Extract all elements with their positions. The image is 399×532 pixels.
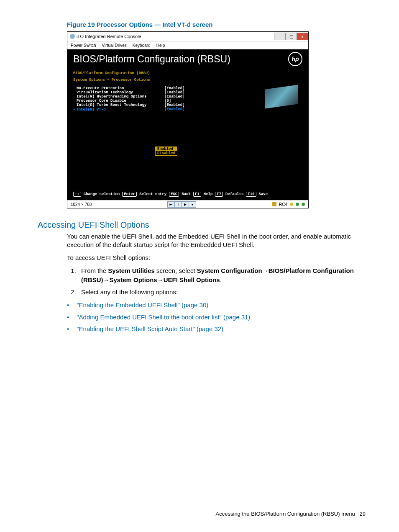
- option-name: Virtualization Technology: [77, 90, 164, 95]
- menu-virtual-drives[interactable]: Virtual Drives: [102, 43, 127, 48]
- key-enter: Enter: [122, 192, 137, 197]
- key-arrows: ↑↓: [73, 192, 81, 197]
- hint-select: Select entry: [139, 192, 166, 196]
- status-btn-3[interactable]: ▶: [182, 201, 189, 208]
- paragraph-2: To access UEFI Shell options:: [67, 254, 366, 262]
- paragraph-1: You can enable the UEFI Shell, add the E…: [67, 232, 366, 249]
- option-value: [Enabled]: [164, 86, 185, 90]
- menubar: Power Switch Virtual Drives Keyboard Hel…: [67, 41, 308, 49]
- status-rc: RC4: [279, 202, 287, 207]
- hp-logo-icon: hp: [288, 52, 302, 66]
- list-item: "Enabling the Embedded UEFI Shell" (page…: [67, 299, 366, 311]
- window-title: iLO Integrated Remote Console: [77, 34, 141, 39]
- titlebar: iLO Integrated Remote Console — ▢ x: [67, 32, 308, 41]
- key-f10: F10: [246, 192, 256, 197]
- menu-power-switch[interactable]: Power Switch: [71, 43, 96, 48]
- figure-caption: Figure 19 Processor Options — Intel VT-d…: [67, 21, 366, 28]
- breadcrumb-1: BIOS/Platform Configuration (RBSU): [73, 71, 302, 75]
- close-button[interactable]: x: [297, 33, 308, 40]
- screenshot-window: iLO Integrated Remote Console — ▢ x Powe…: [67, 31, 309, 208]
- list-item: "Enabling the UEFI Shell Script Auto Sta…: [67, 323, 366, 335]
- option-name: Intel(R) Hyperthreading Options: [77, 95, 164, 99]
- lock-icon: [272, 202, 276, 206]
- status-btn-2[interactable]: ⏸: [174, 201, 182, 208]
- key-f7: F7: [215, 192, 223, 197]
- status-resolution: 1024 × 768: [71, 202, 92, 207]
- option-name: ▸Intel(R) VT-d: [77, 107, 164, 112]
- option-value: [Enabled]: [164, 107, 185, 112]
- option-name: Processor Core Disable: [77, 99, 164, 103]
- option-value: [0]: [164, 99, 171, 103]
- option-name: No-Execute Protection: [77, 86, 164, 90]
- option-picker[interactable]: Enabled Disabled: [155, 146, 177, 156]
- link-enable-shell[interactable]: "Enabling the Embedded UEFI Shell" (page…: [77, 301, 208, 308]
- option-name: Intel(R) Turbo Boost Technology: [77, 103, 164, 107]
- menu-keyboard[interactable]: Keyboard: [133, 43, 151, 48]
- picker-enabled[interactable]: Enabled: [156, 147, 177, 151]
- bios-title: BIOS/Platform Configuration (RBSU): [73, 54, 230, 65]
- key-esc: ESC: [169, 192, 179, 197]
- hint-back: Back: [182, 192, 191, 196]
- status-dot-green-2-icon: [302, 203, 305, 206]
- status-btn-4[interactable]: ●: [189, 201, 196, 208]
- option-value: [Enabled]: [164, 95, 185, 99]
- status-center-controls: ⏮ ⏸ ▶ ●: [168, 201, 196, 208]
- status-btn-1[interactable]: ⏮: [167, 201, 175, 208]
- option-value: [Enabled]: [164, 90, 185, 95]
- step-2: Select any of the following options:: [78, 288, 366, 297]
- bios-screen: BIOS/Platform Configuration (RBSU) hp BI…: [67, 49, 308, 200]
- status-dot-green-1-icon: [296, 203, 299, 206]
- ilo-icon: [70, 34, 75, 39]
- bios-footer-hints: ↑↓Change selection EnterSelect entry ESC…: [73, 192, 302, 197]
- key-f1: F1: [193, 192, 201, 197]
- link-add-boot-order[interactable]: "Adding Embedded UEFI Shell to the boot …: [77, 314, 250, 321]
- breadcrumb-2: System Options + Processor Options: [73, 78, 302, 82]
- status-dot-yellow-icon: [290, 203, 293, 206]
- step-1: From the System Utilities screen, select…: [78, 266, 366, 285]
- option-value: [Enabled]: [164, 103, 185, 107]
- list-item: "Adding Embedded UEFI Shell to the boot …: [67, 311, 366, 324]
- hint-defaults: Defaults: [225, 192, 243, 196]
- section-heading: Accessing UEFI Shell Options: [38, 220, 366, 230]
- hint-help: Help: [204, 192, 213, 196]
- statusbar: 1024 × 768 ⏮ ⏸ ▶ ● RC4: [67, 200, 308, 208]
- menu-help[interactable]: Help: [156, 43, 165, 48]
- maximize-button[interactable]: ▢: [285, 33, 297, 40]
- hint-change: Change selection: [84, 192, 120, 196]
- link-script-auto-start[interactable]: "Enabling the UEFI Shell Script Auto Sta…: [77, 325, 223, 332]
- picker-disabled[interactable]: Disabled: [156, 151, 177, 155]
- minimize-button[interactable]: —: [274, 33, 286, 40]
- hint-save: Save: [259, 192, 268, 196]
